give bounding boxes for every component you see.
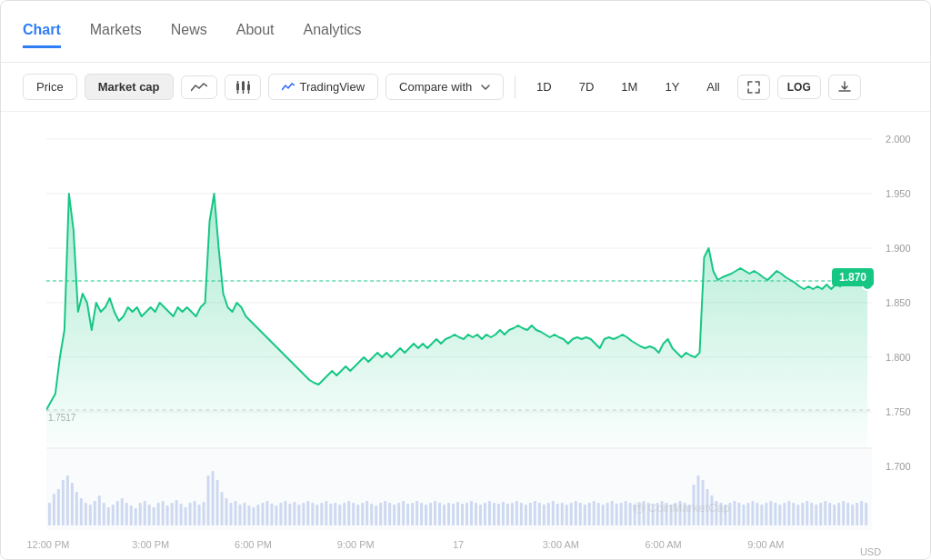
svg-rect-107 — [402, 501, 405, 525]
svg-rect-192 — [787, 501, 790, 525]
log-button[interactable]: LOG — [777, 75, 821, 99]
svg-rect-68 — [225, 498, 228, 525]
svg-rect-155 — [620, 503, 623, 525]
svg-rect-199 — [819, 503, 822, 525]
line-chart-icon-button[interactable] — [181, 75, 217, 99]
time-all-button[interactable]: All — [696, 74, 729, 100]
svg-rect-118 — [452, 504, 455, 525]
svg-rect-79 — [275, 505, 277, 525]
svg-rect-74 — [252, 507, 255, 525]
time-1d-button[interactable]: 1D — [526, 74, 562, 100]
time-7d-button[interactable]: 7D — [569, 74, 605, 100]
svg-rect-102 — [379, 503, 382, 525]
svg-rect-125 — [484, 503, 486, 525]
svg-rect-75 — [256, 505, 259, 525]
fullscreen-button[interactable] — [737, 75, 770, 100]
svg-rect-203 — [837, 503, 840, 525]
tab-markets[interactable]: Markets — [90, 15, 142, 48]
svg-rect-65 — [212, 471, 215, 525]
svg-rect-56 — [171, 503, 174, 525]
svg-rect-112 — [425, 505, 427, 525]
svg-rect-40 — [98, 495, 101, 525]
svg-rect-130 — [506, 504, 509, 525]
svg-rect-39 — [94, 501, 96, 525]
svg-rect-190 — [778, 505, 781, 525]
svg-rect-133 — [520, 503, 523, 525]
svg-rect-59 — [185, 507, 187, 525]
svg-rect-69 — [230, 503, 233, 525]
svg-rect-194 — [796, 505, 799, 525]
candle-chart-icon-button[interactable] — [225, 75, 261, 100]
market-cap-button[interactable]: Market cap — [85, 74, 174, 100]
svg-rect-111 — [420, 503, 423, 525]
svg-rect-147 — [584, 505, 586, 525]
svg-rect-148 — [588, 503, 591, 525]
svg-rect-140 — [552, 501, 555, 525]
svg-rect-95 — [347, 501, 350, 525]
tab-analytics[interactable]: Analytics — [304, 15, 362, 48]
svg-rect-58 — [180, 504, 183, 525]
svg-rect-90 — [325, 501, 327, 525]
svg-rect-134 — [525, 505, 527, 525]
svg-rect-37 — [85, 503, 87, 525]
svg-rect-64 — [207, 475, 210, 525]
svg-rect-45 — [121, 498, 124, 525]
svg-rect-209 — [865, 503, 867, 525]
svg-rect-201 — [828, 503, 831, 525]
svg-rect-123 — [475, 503, 477, 525]
price-chart-svg: 2.000 1.950 1.900 1.850 1.800 1.750 1.70… — [1, 112, 930, 559]
svg-rect-48 — [135, 508, 137, 525]
svg-rect-110 — [415, 501, 418, 525]
svg-text:9:00 AM: 9:00 AM — [747, 539, 784, 550]
svg-rect-100 — [370, 504, 373, 525]
toolbar: Price Market cap Tradi — [1, 63, 930, 112]
svg-text:3:00 AM: 3:00 AM — [543, 539, 579, 550]
svg-rect-80 — [279, 503, 282, 525]
trading-view-button[interactable]: TradingView — [268, 74, 379, 100]
svg-rect-154 — [616, 504, 618, 525]
tab-about[interactable]: About — [236, 15, 275, 48]
trading-view-logo-icon — [282, 83, 295, 92]
svg-rect-89 — [320, 503, 323, 525]
svg-rect-3 — [242, 82, 245, 90]
svg-rect-136 — [534, 501, 536, 525]
svg-rect-139 — [547, 503, 550, 525]
svg-rect-128 — [497, 504, 500, 525]
compare-with-button[interactable]: Compare with — [385, 74, 504, 100]
svg-rect-124 — [479, 505, 482, 525]
svg-text:1.750: 1.750 — [886, 406, 910, 417]
time-1y-button[interactable]: 1Y — [655, 74, 689, 100]
svg-rect-54 — [162, 501, 165, 525]
svg-rect-195 — [801, 503, 804, 525]
svg-text:1.900: 1.900 — [886, 243, 910, 254]
svg-rect-51 — [148, 505, 151, 525]
svg-rect-86 — [306, 501, 309, 525]
svg-rect-143 — [566, 505, 568, 525]
svg-rect-186 — [760, 505, 763, 525]
svg-rect-131 — [511, 503, 514, 525]
download-button[interactable] — [828, 75, 861, 100]
svg-rect-44 — [116, 501, 119, 525]
time-1m-button[interactable]: 1M — [611, 74, 647, 100]
main-container: Chart Markets News About Analytics Price… — [0, 0, 931, 560]
svg-rect-52 — [153, 507, 155, 525]
svg-text:12:00 PM: 12:00 PM — [26, 539, 69, 550]
svg-rect-187 — [765, 503, 767, 525]
svg-text:3:00 PM: 3:00 PM — [132, 539, 169, 550]
chart-area: 2.000 1.950 1.900 1.850 1.800 1.750 1.70… — [1, 112, 930, 559]
tab-news[interactable]: News — [171, 15, 207, 48]
svg-rect-121 — [466, 503, 468, 525]
svg-rect-62 — [198, 505, 201, 525]
svg-rect-53 — [157, 503, 160, 525]
svg-rect-30 — [53, 494, 55, 525]
svg-text:1.950: 1.950 — [886, 188, 910, 199]
svg-rect-122 — [470, 501, 473, 525]
svg-rect-77 — [265, 501, 268, 525]
svg-rect-72 — [243, 503, 245, 525]
fullscreen-icon — [747, 81, 760, 94]
svg-rect-93 — [338, 505, 341, 525]
price-button[interactable]: Price — [23, 74, 77, 100]
svg-rect-99 — [365, 501, 368, 525]
tab-chart[interactable]: Chart — [23, 15, 61, 48]
svg-rect-202 — [833, 505, 836, 525]
